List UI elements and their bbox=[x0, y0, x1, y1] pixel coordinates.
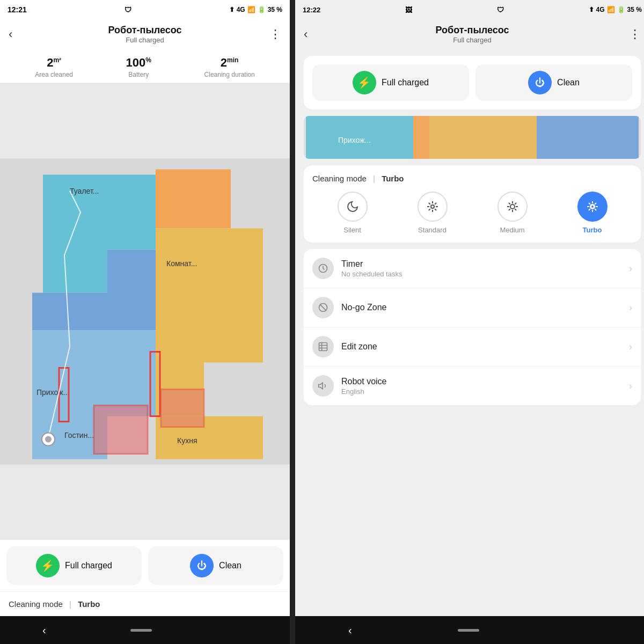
left-time: 12:21 bbox=[8, 5, 27, 14]
right-nav-back[interactable]: ‹ bbox=[348, 624, 352, 636]
right-title-area: Робот-пылесос Full charged bbox=[321, 25, 624, 44]
settings-item-editzone[interactable]: Edit zone › bbox=[304, 327, 641, 367]
cm-standard-icon bbox=[418, 192, 448, 222]
right-panel: 12:22 🖼 🛡 ⬆ 4G 📶 🔋 35 % ‹ Робот-пылесос … bbox=[295, 0, 644, 644]
cm-modes-row: Silent Standard bbox=[312, 192, 632, 234]
clean-button-left[interactable]: ⏻ Clean bbox=[148, 546, 283, 585]
right-arrow-icon: ⬆ bbox=[589, 6, 594, 13]
editzone-title: Edit zone bbox=[341, 342, 621, 352]
right-full-charged-button[interactable]: ⚡ Full charged bbox=[312, 64, 469, 101]
cm-medium-label: Medium bbox=[500, 226, 524, 234]
full-charged-label: Full charged bbox=[65, 561, 112, 570]
nogo-arrow-icon: › bbox=[629, 302, 632, 313]
svg-rect-20 bbox=[413, 116, 429, 159]
cm-silent-label: Silent bbox=[343, 226, 361, 234]
cm-mode-turbo[interactable]: Turbo bbox=[577, 192, 608, 234]
right-power-icon: ⏻ bbox=[528, 71, 552, 94]
power-icon: ⏻ bbox=[197, 560, 207, 572]
map-area[interactable]: Туалет... Комнат... Прихож... Гостин... … bbox=[0, 83, 290, 540]
timer-subtitle: No scheduled tasks bbox=[341, 270, 621, 278]
cm-mode-medium[interactable]: Medium bbox=[497, 192, 528, 234]
left-top-bar: ‹ Робот-пылесос Full charged ⋮ bbox=[0, 19, 290, 49]
left-menu-button[interactable]: ⋮ bbox=[264, 27, 281, 41]
svg-rect-31 bbox=[319, 343, 327, 351]
cleaning-mode-card: Cleaning mode | Turbo Silent bbox=[304, 165, 641, 243]
cm-medium-icon bbox=[497, 192, 528, 222]
timer-arrow-icon: › bbox=[629, 263, 632, 274]
cm-standard-label: Standard bbox=[418, 226, 447, 234]
editzone-text: Edit zone bbox=[341, 342, 621, 352]
voice-arrow-icon: › bbox=[629, 380, 632, 392]
svg-text:Гостин...: Гостин... bbox=[64, 431, 94, 440]
timer-title: Timer bbox=[341, 259, 621, 269]
right-nav-home[interactable] bbox=[458, 629, 479, 632]
right-signal: 4G bbox=[596, 6, 605, 13]
stat-battery-label: Battery bbox=[126, 71, 151, 78]
right-full-charged-label: Full charged bbox=[382, 78, 429, 87]
left-nav-back[interactable]: ‹ bbox=[42, 624, 46, 636]
nogo-icon bbox=[312, 297, 334, 318]
right-app-title: Робот-пылесос bbox=[321, 25, 624, 36]
right-clean-button[interactable]: ⏻ Clean bbox=[475, 64, 632, 101]
cm-mode-value: Turbo bbox=[382, 174, 404, 183]
timer-text: Timer No scheduled tasks bbox=[341, 259, 621, 278]
stat-area-value: 2m² bbox=[35, 56, 73, 70]
cleaning-mode-text: Cleaning mode bbox=[9, 599, 63, 609]
cm-sep: | bbox=[373, 174, 377, 183]
cm-turbo-label: Turbo bbox=[583, 226, 602, 234]
svg-rect-14 bbox=[94, 406, 148, 454]
cleaning-mode-sep: | bbox=[69, 599, 74, 609]
svg-rect-22 bbox=[537, 116, 639, 159]
settings-item-nogo[interactable]: No-go Zone › bbox=[304, 288, 641, 327]
cm-mode-silent[interactable]: Silent bbox=[338, 192, 368, 234]
stat-duration-value: 2min bbox=[204, 56, 255, 70]
svg-point-27 bbox=[591, 206, 594, 208]
right-nav-bar: ‹ bbox=[295, 616, 644, 644]
right-top-bar: ‹ Робот-пылесос Full charged ⋮ bbox=[295, 19, 644, 49]
quick-actions-card: ⚡ Full charged ⏻ Clean bbox=[304, 56, 641, 109]
power-icon-circle: ⏻ bbox=[190, 554, 214, 577]
stats-row: 2m² Area cleaned 100% Battery 2min Clean… bbox=[0, 49, 290, 83]
left-subtitle: Full charged bbox=[26, 36, 264, 44]
quick-actions: ⚡ Full charged ⏻ Clean bbox=[312, 64, 632, 101]
voice-title: Robot voice bbox=[341, 377, 621, 386]
right-subtitle: Full charged bbox=[321, 36, 624, 44]
right-status-right: ⬆ 4G 📶 🔋 35 % bbox=[589, 6, 642, 13]
left-nav-bar: ‹ bbox=[0, 616, 290, 644]
right-menu-button[interactable]: ⋮ bbox=[624, 27, 641, 41]
left-app-title: Робот-пылесос bbox=[26, 25, 264, 36]
nogo-text: No-go Zone bbox=[341, 303, 621, 312]
right-power-icon-sym: ⏻ bbox=[535, 77, 545, 89]
stat-duration: 2min Cleaning duration bbox=[204, 56, 255, 78]
right-shield-icon: 🛡 bbox=[497, 6, 504, 14]
full-charged-button[interactable]: ⚡ Full charged bbox=[6, 546, 142, 585]
voice-subtitle: English bbox=[341, 387, 621, 396]
cm-title: Cleaning mode | Turbo bbox=[312, 174, 632, 183]
cleaning-mode-value: Turbo bbox=[78, 599, 100, 609]
svg-marker-35 bbox=[319, 383, 323, 389]
cm-mode-standard[interactable]: Standard bbox=[418, 192, 448, 234]
right-time: 12:22 bbox=[303, 6, 320, 14]
settings-item-timer[interactable]: Timer No scheduled tasks › bbox=[304, 249, 641, 288]
editzone-arrow-icon: › bbox=[629, 341, 632, 353]
left-nav-home[interactable] bbox=[130, 629, 152, 632]
left-battery: 35 % bbox=[268, 6, 282, 13]
right-lightning-icon: ⚡ bbox=[357, 76, 371, 89]
nogo-title: No-go Zone bbox=[341, 303, 621, 312]
cleaning-mode-bar[interactable]: Cleaning mode | Turbo bbox=[0, 591, 290, 616]
right-back-button[interactable]: ‹ bbox=[304, 27, 321, 41]
svg-text:Туалет...: Туалет... bbox=[70, 187, 99, 195]
left-status-bar: 12:21 🛡 ⬆ 4G 📶 🔋 35 % bbox=[0, 0, 290, 19]
map-preview-strip[interactable]: Прихож... bbox=[304, 116, 641, 159]
left-battery-icon: 🔋 bbox=[258, 6, 266, 13]
clean-label-left: Clean bbox=[219, 561, 241, 570]
bottom-buttons: ⚡ Full charged ⏻ Clean bbox=[0, 540, 290, 591]
left-title-area: Робот-пылесос Full charged bbox=[26, 25, 264, 44]
lightning-icon: ⚡ bbox=[41, 559, 54, 572]
left-back-button[interactable]: ‹ bbox=[9, 27, 26, 41]
voice-icon bbox=[312, 375, 334, 397]
svg-point-24 bbox=[431, 205, 434, 208]
settings-item-voice[interactable]: Robot voice English › bbox=[304, 367, 641, 405]
svg-rect-21 bbox=[429, 116, 537, 159]
stat-battery: 100% Battery bbox=[126, 56, 151, 78]
